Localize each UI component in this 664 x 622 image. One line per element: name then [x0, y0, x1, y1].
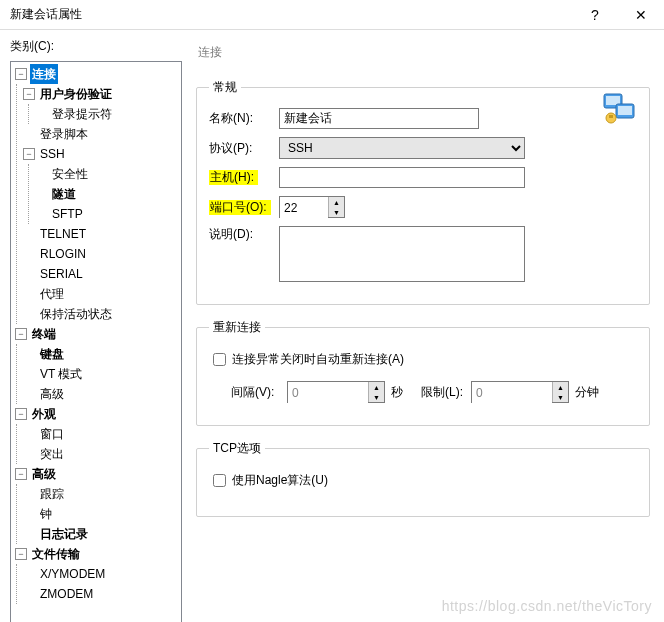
tree-vtmode[interactable]: VT 模式 [38, 364, 84, 384]
panel-heading: 连接 [198, 44, 650, 61]
desc-textarea[interactable] [279, 226, 525, 282]
name-input[interactable] [279, 108, 479, 129]
tree-zmodem[interactable]: ZMODEM [38, 584, 95, 604]
auto-reconnect-checkbox[interactable] [213, 353, 226, 366]
collapse-icon[interactable]: − [23, 88, 35, 100]
general-group: 常规 名称(N): 协议(P): SSH 主机(H): 端口号(O): ▲▼ [196, 79, 650, 305]
collapse-icon[interactable]: − [15, 328, 27, 340]
spin-up-icon[interactable]: ▲ [369, 382, 384, 392]
name-label: 名称(N): [209, 110, 279, 127]
tree-keepalive[interactable]: 保持活动状态 [38, 304, 114, 324]
tree-ssh[interactable]: SSH [38, 144, 67, 164]
nagle-label: 使用Nagle算法(U) [232, 472, 328, 489]
tree-xymodem[interactable]: X/YMODEM [38, 564, 107, 584]
seconds-label: 秒 [391, 384, 403, 401]
tree-telnet[interactable]: TELNET [38, 224, 88, 244]
watermark: https://blog.csdn.net/theVicTory [442, 598, 652, 614]
tree-tunnel[interactable]: 隧道 [50, 184, 78, 204]
collapse-icon[interactable]: − [23, 148, 35, 160]
spin-down-icon[interactable]: ▼ [329, 207, 344, 217]
protocol-label: 协议(P): [209, 140, 279, 157]
tree-keyboard[interactable]: 键盘 [38, 344, 66, 364]
interval-spinner[interactable]: ▲▼ [287, 381, 385, 403]
spin-up-icon[interactable]: ▲ [553, 382, 568, 392]
port-input[interactable] [280, 197, 328, 218]
collapse-icon[interactable]: − [15, 408, 27, 420]
tree-advanced-terminal[interactable]: 高级 [38, 384, 66, 404]
tree-bell[interactable]: 钟 [38, 504, 54, 524]
auto-reconnect-label: 连接异常关闭时自动重新连接(A) [232, 351, 404, 368]
close-button[interactable]: ✕ [618, 0, 664, 30]
spin-up-icon[interactable]: ▲ [329, 197, 344, 207]
tree-trace[interactable]: 跟踪 [38, 484, 66, 504]
tree-login-script[interactable]: 登录脚本 [38, 124, 90, 144]
window-title: 新建会话属性 [10, 6, 572, 23]
tree-connection[interactable]: 连接 [30, 64, 58, 84]
tcp-group: TCP选项 使用Nagle算法(U) [196, 440, 650, 517]
tree-security[interactable]: 安全性 [50, 164, 90, 184]
tree-rlogin[interactable]: RLOGIN [38, 244, 88, 264]
tree-window[interactable]: 窗口 [38, 424, 66, 444]
tree-serial[interactable]: SERIAL [38, 264, 85, 284]
nagle-checkbox[interactable] [213, 474, 226, 487]
category-label: 类别(C): [10, 38, 182, 55]
limit-spinner[interactable]: ▲▼ [471, 381, 569, 403]
collapse-icon[interactable]: − [15, 548, 27, 560]
limit-label: 限制(L): [421, 384, 471, 401]
tree-advanced[interactable]: 高级 [30, 464, 58, 484]
collapse-icon[interactable]: − [15, 468, 27, 480]
help-button[interactable]: ? [572, 0, 618, 30]
tree-proxy[interactable]: 代理 [38, 284, 66, 304]
minutes-label: 分钟 [575, 384, 599, 401]
interval-input[interactable] [288, 382, 368, 403]
host-input[interactable] [279, 167, 525, 188]
tree-login-prompt[interactable]: 登录提示符 [50, 104, 114, 124]
reconnect-legend: 重新连接 [209, 319, 265, 336]
protocol-select[interactable]: SSH [279, 137, 525, 159]
spin-down-icon[interactable]: ▼ [553, 392, 568, 402]
port-spinner[interactable]: ▲▼ [279, 196, 345, 218]
general-legend: 常规 [209, 79, 241, 96]
tree-terminal[interactable]: 终端 [30, 324, 58, 344]
tree-highlight[interactable]: 突出 [38, 444, 66, 464]
desc-label: 说明(D): [209, 226, 279, 243]
tcp-legend: TCP选项 [209, 440, 265, 457]
spin-down-icon[interactable]: ▼ [369, 392, 384, 402]
tree-logging[interactable]: 日志记录 [38, 524, 90, 544]
title-bar: 新建会话属性 ? ✕ [0, 0, 664, 30]
tree-appearance[interactable]: 外观 [30, 404, 58, 424]
category-tree[interactable]: −连接 −用户身份验证 登录提示符 登录脚本 −SSH 安全性 隧道 SFTP … [10, 61, 182, 622]
tree-filetransfer[interactable]: 文件传输 [30, 544, 82, 564]
host-label: 主机(H): [209, 170, 258, 185]
tree-sftp[interactable]: SFTP [50, 204, 85, 224]
collapse-icon[interactable]: − [15, 68, 27, 80]
tree-user-auth[interactable]: 用户身份验证 [38, 84, 114, 104]
interval-label: 间隔(V): [231, 384, 287, 401]
reconnect-group: 重新连接 连接异常关闭时自动重新连接(A) 间隔(V): ▲▼ 秒 限制(L):… [196, 319, 650, 426]
limit-input[interactable] [472, 382, 552, 403]
port-label: 端口号(O): [209, 200, 271, 215]
